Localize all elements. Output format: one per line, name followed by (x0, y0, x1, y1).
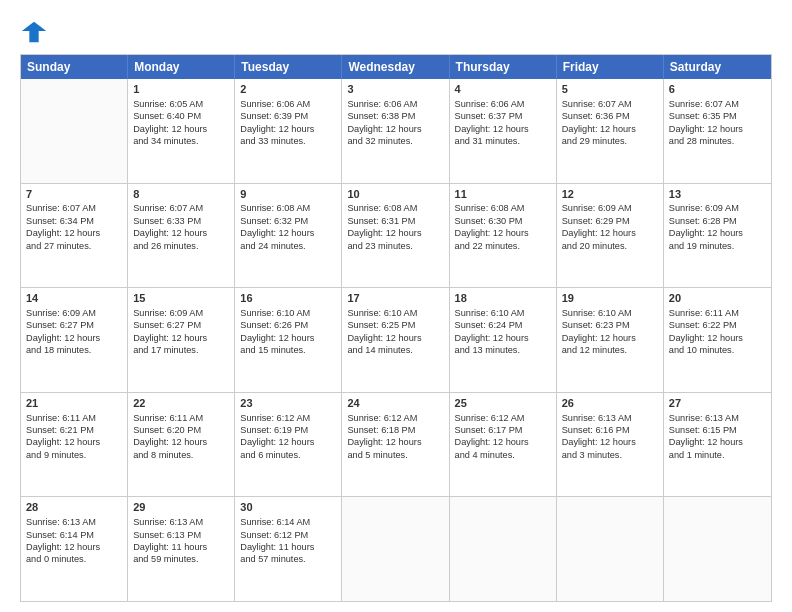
day-number: 23 (240, 396, 336, 411)
day-info-line: Sunset: 6:27 PM (26, 319, 122, 331)
day-info-line: Sunset: 6:29 PM (562, 215, 658, 227)
day-info-line: Daylight: 12 hours (347, 123, 443, 135)
day-info-line: and 20 minutes. (562, 240, 658, 252)
day-info-line: and 4 minutes. (455, 449, 551, 461)
day-cell-1: 1Sunrise: 6:05 AMSunset: 6:40 PMDaylight… (128, 79, 235, 183)
day-cell-15: 15Sunrise: 6:09 AMSunset: 6:27 PMDayligh… (128, 288, 235, 392)
day-info-line: and 1 minute. (669, 449, 766, 461)
day-info-line: and 17 minutes. (133, 344, 229, 356)
day-info-line: Sunrise: 6:10 AM (455, 307, 551, 319)
day-info-line: and 6 minutes. (240, 449, 336, 461)
day-number: 11 (455, 187, 551, 202)
logo-icon (20, 18, 48, 46)
day-number: 10 (347, 187, 443, 202)
day-info-line: and 18 minutes. (26, 344, 122, 356)
day-number: 12 (562, 187, 658, 202)
day-info-line: and 27 minutes. (26, 240, 122, 252)
day-number: 6 (669, 82, 766, 97)
logo (20, 18, 52, 46)
day-info-line: Daylight: 12 hours (347, 227, 443, 239)
day-cell-2: 2Sunrise: 6:06 AMSunset: 6:39 PMDaylight… (235, 79, 342, 183)
day-info-line: Daylight: 12 hours (26, 541, 122, 553)
day-cell-24: 24Sunrise: 6:12 AMSunset: 6:18 PMDayligh… (342, 393, 449, 497)
day-info-line: Sunset: 6:34 PM (26, 215, 122, 227)
day-cell-26: 26Sunrise: 6:13 AMSunset: 6:16 PMDayligh… (557, 393, 664, 497)
day-info-line: and 24 minutes. (240, 240, 336, 252)
day-number: 15 (133, 291, 229, 306)
day-info-line: and 12 minutes. (562, 344, 658, 356)
day-info-line: Daylight: 12 hours (133, 332, 229, 344)
empty-cell (557, 497, 664, 601)
empty-cell (664, 497, 771, 601)
day-info-line: Daylight: 12 hours (669, 436, 766, 448)
day-info-line: and 10 minutes. (669, 344, 766, 356)
day-info-line: Sunset: 6:18 PM (347, 424, 443, 436)
day-info-line: and 5 minutes. (347, 449, 443, 461)
day-info-line: Daylight: 12 hours (133, 227, 229, 239)
day-number: 18 (455, 291, 551, 306)
day-info-line: and 59 minutes. (133, 553, 229, 565)
day-info-line: Sunset: 6:37 PM (455, 110, 551, 122)
day-info-line: Sunset: 6:14 PM (26, 529, 122, 541)
day-info-line: and 19 minutes. (669, 240, 766, 252)
day-info-line: Sunrise: 6:12 AM (455, 412, 551, 424)
week-row-4: 21Sunrise: 6:11 AMSunset: 6:21 PMDayligh… (21, 392, 771, 497)
day-info-line: Sunset: 6:33 PM (133, 215, 229, 227)
day-cell-22: 22Sunrise: 6:11 AMSunset: 6:20 PMDayligh… (128, 393, 235, 497)
day-cell-4: 4Sunrise: 6:06 AMSunset: 6:37 PMDaylight… (450, 79, 557, 183)
day-info-line: Daylight: 12 hours (133, 123, 229, 135)
day-info-line: Sunrise: 6:10 AM (240, 307, 336, 319)
week-row-2: 7Sunrise: 6:07 AMSunset: 6:34 PMDaylight… (21, 183, 771, 288)
day-info-line: Sunrise: 6:09 AM (562, 202, 658, 214)
day-info-line: Daylight: 12 hours (455, 436, 551, 448)
day-number: 26 (562, 396, 658, 411)
day-info-line: and 28 minutes. (669, 135, 766, 147)
day-info-line: and 9 minutes. (26, 449, 122, 461)
day-info-line: and 57 minutes. (240, 553, 336, 565)
day-info-line: Sunrise: 6:07 AM (669, 98, 766, 110)
day-info-line: and 32 minutes. (347, 135, 443, 147)
day-info-line: Daylight: 12 hours (669, 227, 766, 239)
day-info-line: Sunrise: 6:08 AM (347, 202, 443, 214)
day-info-line: Sunrise: 6:09 AM (133, 307, 229, 319)
day-cell-8: 8Sunrise: 6:07 AMSunset: 6:33 PMDaylight… (128, 184, 235, 288)
day-cell-9: 9Sunrise: 6:08 AMSunset: 6:32 PMDaylight… (235, 184, 342, 288)
day-info-line: Sunrise: 6:06 AM (240, 98, 336, 110)
day-info-line: Daylight: 12 hours (26, 332, 122, 344)
day-number: 13 (669, 187, 766, 202)
day-cell-20: 20Sunrise: 6:11 AMSunset: 6:22 PMDayligh… (664, 288, 771, 392)
day-info-line: Sunset: 6:27 PM (133, 319, 229, 331)
day-info-line: Sunrise: 6:09 AM (669, 202, 766, 214)
day-info-line: Daylight: 11 hours (240, 541, 336, 553)
day-info-line: Daylight: 12 hours (133, 436, 229, 448)
day-cell-21: 21Sunrise: 6:11 AMSunset: 6:21 PMDayligh… (21, 393, 128, 497)
day-info-line: Sunrise: 6:14 AM (240, 516, 336, 528)
day-cell-11: 11Sunrise: 6:08 AMSunset: 6:30 PMDayligh… (450, 184, 557, 288)
day-info-line: Daylight: 12 hours (562, 436, 658, 448)
day-info-line: and 29 minutes. (562, 135, 658, 147)
day-info-line: Sunrise: 6:06 AM (347, 98, 443, 110)
day-info-line: Sunrise: 6:13 AM (133, 516, 229, 528)
day-info-line: and 31 minutes. (455, 135, 551, 147)
day-info-line: Daylight: 12 hours (240, 123, 336, 135)
day-info-line: and 14 minutes. (347, 344, 443, 356)
day-number: 30 (240, 500, 336, 515)
day-info-line: Sunset: 6:28 PM (669, 215, 766, 227)
day-info-line: Sunset: 6:19 PM (240, 424, 336, 436)
day-cell-17: 17Sunrise: 6:10 AMSunset: 6:25 PMDayligh… (342, 288, 449, 392)
day-info-line: Daylight: 12 hours (455, 123, 551, 135)
empty-cell (21, 79, 128, 183)
day-info-line: Daylight: 12 hours (240, 227, 336, 239)
week-row-3: 14Sunrise: 6:09 AMSunset: 6:27 PMDayligh… (21, 287, 771, 392)
day-number: 7 (26, 187, 122, 202)
day-number: 28 (26, 500, 122, 515)
day-info-line: and 23 minutes. (347, 240, 443, 252)
day-info-line: Sunrise: 6:13 AM (26, 516, 122, 528)
day-cell-5: 5Sunrise: 6:07 AMSunset: 6:36 PMDaylight… (557, 79, 664, 183)
day-info-line: Daylight: 12 hours (26, 227, 122, 239)
day-info-line: Sunrise: 6:06 AM (455, 98, 551, 110)
day-cell-10: 10Sunrise: 6:08 AMSunset: 6:31 PMDayligh… (342, 184, 449, 288)
col-header-monday: Monday (128, 55, 235, 79)
col-header-saturday: Saturday (664, 55, 771, 79)
page: SundayMondayTuesdayWednesdayThursdayFrid… (0, 0, 792, 612)
